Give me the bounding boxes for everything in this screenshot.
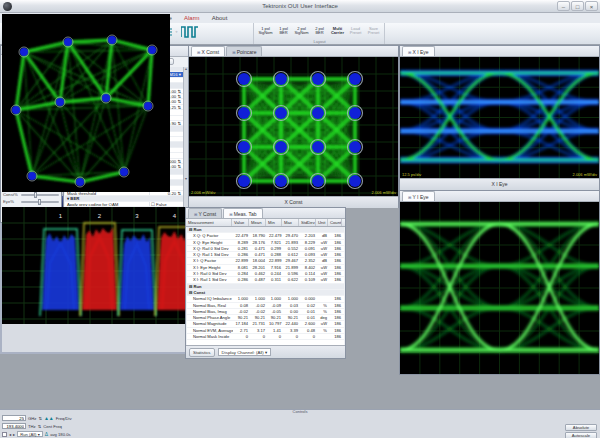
tab-x-const[interactable]: ⊞ X Const bbox=[191, 46, 225, 56]
column-header-min[interactable]: Min bbox=[266, 219, 282, 226]
cell-value: % bbox=[317, 328, 329, 333]
tab-y-const[interactable]: ⊞ Y Const bbox=[188, 208, 222, 218]
cell-value: 28.201 bbox=[250, 265, 267, 270]
delta-icon[interactable]: Δ bbox=[45, 431, 48, 437]
cell-value: 0.08 bbox=[233, 303, 250, 308]
cell-value: uW bbox=[317, 271, 329, 276]
cell-value: 1.000 bbox=[283, 296, 300, 301]
tab-y-i-eye[interactable]: ⊞ Y I Eye bbox=[402, 191, 435, 201]
freq-unit-label: GHz bbox=[28, 416, 36, 421]
column-header-measurement[interactable]: Measurement bbox=[186, 219, 232, 226]
cell-value: 2.203 bbox=[300, 233, 317, 238]
cell-value: dB bbox=[317, 233, 329, 238]
cell-value: 0.01 bbox=[300, 315, 317, 320]
x-i-eye-plot[interactable]: 12.5 ps/div 2.006 mW/div bbox=[400, 57, 599, 178]
slider-thumb[interactable] bbox=[38, 199, 41, 205]
cent-spinner[interactable]: ⇅ bbox=[38, 424, 42, 429]
cell-measurement: X I: Rail 1 Std Dev bbox=[187, 277, 233, 282]
cell-value: 0.281 bbox=[233, 246, 250, 251]
measurement-table-window: ⊞ Y Const⊞ Meas. Tab MeasurementValueMea… bbox=[185, 207, 346, 359]
display-channel-dropdown[interactable]: Display Channel: (All) ▾ bbox=[218, 348, 272, 356]
cell-measurement: X Q: Rail 0 Std Dev bbox=[187, 246, 233, 251]
x-const-plot[interactable]: 2.006 mW/div 2.006 mW/div bbox=[189, 57, 398, 196]
cell-value: 186 bbox=[329, 309, 343, 314]
layout-button-2-pol-signom[interactable]: 2 polSigNom bbox=[293, 24, 310, 40]
cell-value: 0.462 bbox=[250, 271, 267, 276]
minimize-button[interactable]: – bbox=[557, 1, 570, 11]
prev-button[interactable]: ◂ bbox=[9, 432, 11, 437]
marker-icon[interactable]: ▲▲ bbox=[44, 415, 54, 421]
statistics-button[interactable]: Statistics bbox=[189, 348, 215, 357]
cell-measurement: ⊟ Run bbox=[187, 227, 233, 232]
slider-const: Const% bbox=[3, 191, 59, 198]
cell-value: -0.09 bbox=[267, 303, 283, 308]
cell-value: 186 bbox=[329, 334, 343, 339]
layout-button-save-preset[interactable]: SavePreset bbox=[365, 24, 382, 40]
layout-button-load-preset[interactable]: LoadPreset bbox=[347, 24, 364, 40]
cell-value: 21.899 bbox=[283, 265, 300, 270]
ribbon-tab-about[interactable]: About bbox=[206, 14, 234, 23]
table-tabs: ⊞ Y Const⊞ Meas. Tab bbox=[186, 208, 345, 219]
tab-x-i-eye[interactable]: ⊞ X I Eye bbox=[402, 46, 435, 56]
multi-spectrum-icon[interactable] bbox=[180, 24, 198, 39]
autoscale-button[interactable]: Autoscale bbox=[565, 432, 597, 438]
close-button[interactable]: × bbox=[585, 1, 598, 11]
cell-value: -0.05 bbox=[267, 309, 283, 314]
eyex-scale-left: 12.5 ps/div bbox=[402, 172, 421, 177]
ribbon-tab-alarm[interactable]: Alarm bbox=[178, 14, 206, 23]
cell-value: 2.71 bbox=[233, 328, 250, 333]
cent-freq-input[interactable] bbox=[2, 423, 26, 429]
freq-spinner[interactable]: ⇅ bbox=[38, 416, 42, 421]
eyex-scale-right: 2.006 mW/div bbox=[573, 172, 597, 177]
ms-checkbox[interactable] bbox=[2, 432, 7, 437]
window-title: Tektronix OUI User Interface bbox=[0, 3, 600, 9]
slider-track[interactable] bbox=[21, 194, 59, 196]
param-value[interactable]: ☐ False bbox=[149, 202, 183, 206]
absolute-button[interactable]: Absolute bbox=[565, 424, 597, 431]
layout-button-2-pol-ber[interactable]: 2 polBER bbox=[311, 24, 328, 40]
svg-text:2: 2 bbox=[98, 213, 102, 219]
eye3d-plot[interactable] bbox=[2, 14, 170, 192]
const-scale-right: 2.006 mW/div bbox=[372, 190, 396, 195]
run-all-dropdown[interactable]: Run (All) ▾ bbox=[17, 431, 43, 437]
tab-poincare[interactable]: ⊞ Poincare bbox=[226, 46, 262, 56]
cell-value: 0.091 bbox=[300, 246, 317, 251]
cell-value: 0.552 bbox=[283, 246, 300, 251]
slider-track[interactable] bbox=[21, 201, 59, 203]
cell-value: 0.487 bbox=[250, 277, 267, 282]
cell-value: 1.000 bbox=[233, 296, 250, 301]
cell-value: 22.899 bbox=[233, 258, 250, 263]
tool-separator: ⋄ bbox=[175, 29, 178, 34]
layout-button-1-pol-ber[interactable]: 1 polBER bbox=[275, 24, 292, 40]
cell-measurement: Normal EVM, Average bbox=[187, 328, 233, 333]
next-button[interactable]: ▸ bbox=[13, 432, 15, 437]
table-header-row: MeasurementValueMeanMinMaxStdDevUnitCoun… bbox=[186, 219, 345, 227]
column-header-mean[interactable]: Mean bbox=[249, 219, 266, 226]
layout-button-1-pol-signom[interactable]: 1 polSigNom bbox=[257, 24, 274, 40]
maximize-button[interactable]: □ bbox=[571, 1, 584, 11]
cent-unit-label: THz bbox=[28, 424, 36, 429]
cell-measurement: X Q: Eye Height bbox=[187, 240, 233, 245]
param-label: Apply grey coding for QAM bbox=[65, 202, 149, 206]
cell-value: 0.471 bbox=[250, 252, 267, 257]
cell-value: 90.21 bbox=[283, 315, 300, 320]
column-header-max[interactable]: Max bbox=[282, 219, 299, 226]
table-row[interactable]: Normal Mask Incide00000186 bbox=[187, 334, 344, 340]
cell-value: 0.596 bbox=[283, 271, 300, 276]
cell-value: 186 bbox=[329, 277, 343, 282]
cell-measurement: X Q: Q Factor bbox=[187, 233, 233, 238]
slider-thumb[interactable] bbox=[34, 192, 37, 198]
y-i-eye-plot[interactable] bbox=[400, 202, 599, 374]
freq-div-label: Freq/Div bbox=[56, 416, 72, 421]
column-header-value[interactable]: Value bbox=[232, 219, 249, 226]
tab-meas--tab[interactable]: ⊞ Meas. Tab bbox=[223, 208, 262, 218]
column-header-stddev[interactable]: StdDev bbox=[299, 219, 316, 226]
cell-value: 0 bbox=[233, 334, 250, 339]
layout-button-multi-carrier[interactable]: MultiCarrier bbox=[329, 24, 346, 40]
column-header-unit[interactable]: Unit bbox=[316, 219, 328, 226]
freq-div-input[interactable] bbox=[2, 415, 26, 421]
cell-value: 3.39 bbox=[283, 328, 300, 333]
column-header-count[interactable]: Count bbox=[328, 219, 342, 226]
cell-value: 28.176 bbox=[250, 240, 267, 245]
cell-measurement: Normal Phase Angle bbox=[187, 315, 233, 320]
